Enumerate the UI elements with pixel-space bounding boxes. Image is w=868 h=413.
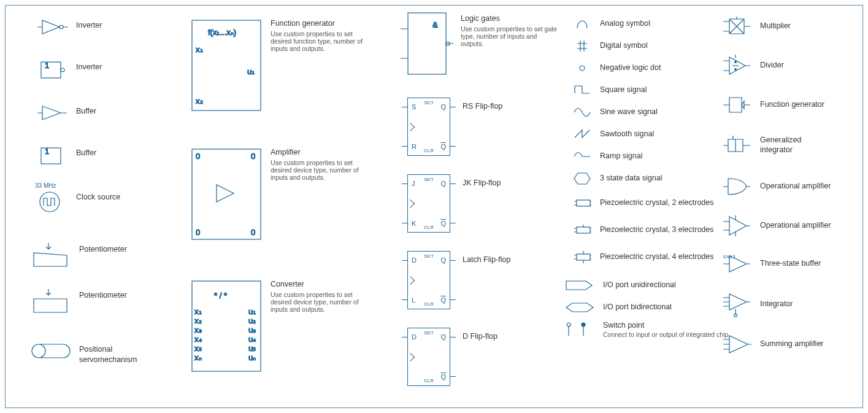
svg-text:xₙ: xₙ — [194, 353, 202, 362]
func-gen-label: Function generator Use custom properties… — [271, 19, 369, 52]
neg-dot-icon — [573, 60, 591, 77]
label: Digital symbol — [600, 41, 648, 51]
sym-analog: Analog symbol — [573, 15, 650, 33]
label: Buffer — [76, 145, 96, 158]
amp-label: Amplifier Use custom properties to set d… — [271, 148, 369, 181]
svg-text:0: 0 — [251, 152, 255, 161]
sym-3state: 3 state data signal — [573, 170, 662, 187]
sym-square: Square signal — [573, 82, 647, 99]
svg-text:* / *: * / * — [214, 291, 227, 300]
svg-text:0: 0 — [251, 228, 255, 237]
svg-rect-36 — [577, 254, 590, 260]
label: Piezoelectric crystal, 4 electrodes — [600, 252, 714, 262]
opamp-icon — [722, 176, 751, 197]
sym-tristate: ENBThree-state buffer — [722, 253, 821, 274]
pot2-icon — [30, 288, 73, 315]
title: Logic gates — [461, 14, 500, 23]
sym-neg-dot: Negative logic dot — [573, 60, 661, 77]
svg-point-33 — [580, 66, 585, 71]
label: Inverter — [76, 18, 102, 31]
inverter-icon — [36, 18, 70, 36]
tristate-icon: ENB — [722, 253, 751, 274]
svg-text:x₂: x₂ — [196, 96, 203, 106]
label: Generalized integrator — [760, 136, 828, 155]
opamp2-icon — [722, 214, 751, 237]
label: Integrator — [760, 299, 793, 309]
sym-piezo3: Piezoelectric crystal, 3 electrodes — [573, 222, 714, 239]
svg-text:u₅: u₅ — [248, 344, 256, 353]
sym-piezo2: Piezoelectric crystal, 2 electrodes — [573, 195, 714, 212]
svg-rect-0 — [41, 62, 61, 78]
svg-text:u₄: u₄ — [248, 334, 256, 344]
label: Function generator — [760, 100, 824, 110]
latch-ff-label: Latch Flip-flop — [463, 252, 511, 265]
label: Sine wave signal — [600, 107, 658, 117]
label: Analog symbol — [600, 19, 650, 29]
svg-text:x₄: x₄ — [194, 334, 202, 344]
label: I/O port unidirectional — [603, 280, 676, 290]
ramp-icon — [573, 148, 591, 165]
svg-text:x₂: x₂ — [194, 316, 202, 325]
sym-gen-integrator: Generalized integrator — [722, 134, 828, 156]
svg-text:u₁: u₁ — [247, 67, 255, 76]
sym-inverter-box: 1 Inverter — [36, 60, 102, 80]
svg-text:0: 0 — [196, 152, 200, 161]
svg-rect-35 — [577, 227, 590, 233]
svg-text:&: & — [432, 20, 438, 29]
clock-freq: 33 MHz — [35, 182, 56, 189]
sym-summing-amp: Summing amplifier — [722, 333, 824, 355]
analog-icon — [573, 15, 591, 33]
label: Inverter — [76, 60, 102, 72]
d-flipflop-icon: D Q Q SETCLR — [407, 328, 450, 386]
pot-icon — [30, 242, 73, 269]
label: Positional servomechanism — [79, 342, 159, 365]
latch-flipflop-icon: D L Q Q SETCLR — [407, 251, 450, 309]
sym-sawtooth: Sawtooth signal — [573, 126, 654, 143]
servo-icon — [30, 342, 73, 360]
label: Operational amplifier — [760, 221, 831, 231]
label: Three-state buffer — [760, 259, 821, 269]
piezo2-icon — [573, 195, 591, 212]
label: Operational amplifier — [760, 182, 831, 191]
svg-text:ENB: ENB — [723, 255, 732, 259]
func-gen-icon — [722, 94, 751, 116]
svg-text:x₁: x₁ — [196, 45, 203, 54]
label: Potentiometer — [79, 288, 127, 301]
label: 3 state data signal — [600, 174, 662, 183]
piezo4-icon — [573, 249, 591, 266]
svg-rect-30 — [408, 13, 446, 74]
title: Function generator — [271, 19, 335, 28]
sym-switch-pt: Switch pointConnect to input or output o… — [565, 321, 730, 339]
subtitle: Use custom properties to set gate type, … — [461, 25, 559, 47]
func-gen-box: f(x₁...xₙ) x₁ x₂ u₁ — [190, 18, 263, 115]
sym-potentiometer-1: Potentiometer — [30, 242, 127, 269]
buffer-icon — [36, 104, 70, 122]
label: Multiplier — [760, 21, 791, 31]
gen-int-icon — [722, 134, 751, 156]
sym-clock-source: Clock source — [36, 190, 120, 214]
sym-buffer-tri: Buffer — [36, 104, 96, 122]
subtitle: Use custom properties to set desired fun… — [271, 30, 369, 52]
title: Amplifier — [271, 148, 301, 156]
switch-icon — [565, 321, 594, 338]
clock-icon — [36, 190, 70, 214]
title: Converter — [271, 280, 304, 288]
svg-text:u₃: u₃ — [248, 325, 256, 334]
logic-gate-label: Logic gates Use custom properties to set… — [461, 14, 559, 47]
sym-divider: Divider — [722, 53, 784, 78]
svg-text:x₃: x₃ — [194, 325, 202, 334]
label: Potentiometer — [79, 242, 127, 255]
subtitle: Use custom properties to set desired dev… — [271, 291, 369, 313]
svg-text:u₂: u₂ — [248, 316, 256, 325]
svg-point-2 — [61, 68, 64, 72]
sym-func-gen-sm: Function generator — [722, 94, 824, 116]
svg-point-40 — [734, 68, 737, 71]
svg-text:uₙ: uₙ — [248, 353, 256, 362]
buffer-box-icon: 1 — [36, 145, 70, 166]
d-ff-label: D Flip-flop — [463, 329, 497, 342]
io-uni-icon — [565, 277, 594, 294]
mult-icon — [722, 15, 751, 37]
label: Buffer — [76, 104, 96, 117]
svg-text:u₁: u₁ — [248, 307, 256, 316]
svg-text:0: 0 — [196, 228, 200, 237]
